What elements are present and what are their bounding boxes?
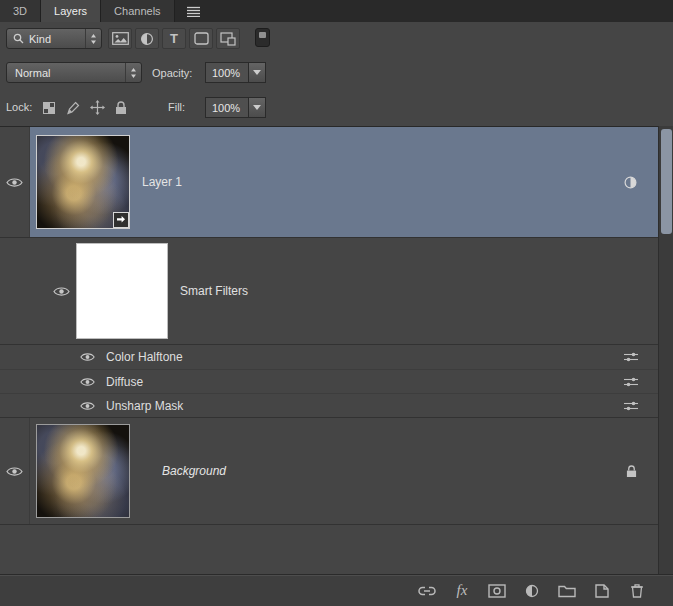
- filter-visibility-toggle[interactable]: [76, 377, 98, 387]
- filter-item-name[interactable]: Diffuse: [106, 375, 143, 389]
- chevron-down-icon: [253, 70, 261, 75]
- tab-layers[interactable]: Layers: [41, 0, 101, 22]
- blend-mode-select[interactable]: Normal: [6, 62, 142, 83]
- filter-adjustment-layers-icon[interactable]: [135, 28, 159, 49]
- layer-styles-fx-icon[interactable]: fx: [452, 582, 472, 600]
- fill-value[interactable]: 100%: [205, 97, 249, 118]
- filter-kind-label: Kind: [29, 33, 51, 45]
- panel-tab-bar: 3D Layers Channels: [0, 0, 673, 22]
- filter-shape-layers-icon[interactable]: [189, 28, 213, 49]
- scrollbar-thumb[interactable]: [661, 129, 672, 234]
- lock-all-icon[interactable]: [115, 101, 127, 115]
- tab-channels-label: Channels: [114, 5, 160, 17]
- filter-item-color-halftone[interactable]: Color Halftone: [0, 345, 673, 369]
- tab-channels[interactable]: Channels: [101, 0, 174, 22]
- smart-filters-label: Smart Filters: [180, 284, 248, 298]
- fill-dropdown-button[interactable]: [249, 97, 266, 118]
- filter-item-name[interactable]: Color Halftone: [106, 350, 183, 364]
- layer-row-background[interactable]: Background: [0, 418, 673, 524]
- opacity-value[interactable]: 100%: [205, 62, 249, 83]
- opacity-dropdown-button[interactable]: [249, 62, 266, 83]
- layers-panel-footer: fx: [0, 574, 673, 606]
- filter-kind-select[interactable]: Kind: [6, 28, 102, 49]
- eye-icon: [6, 466, 23, 477]
- new-layer-icon[interactable]: [592, 582, 612, 600]
- background-name[interactable]: Background: [162, 464, 226, 478]
- smart-filter-badge-icon: [113, 212, 129, 228]
- background-visibility-toggle[interactable]: [0, 418, 30, 524]
- filter-visibility-toggle[interactable]: [76, 352, 98, 362]
- chevron-updown-icon: [125, 63, 141, 82]
- eye-icon: [80, 401, 95, 411]
- delete-layer-icon[interactable]: [627, 582, 647, 600]
- lock-icon-group: [42, 97, 127, 118]
- eye-icon: [53, 286, 70, 297]
- panel-menu-icon[interactable]: [181, 0, 207, 22]
- chevron-updown-icon: [85, 29, 101, 48]
- layers-scrollbar[interactable]: [658, 126, 673, 574]
- filter-item-unsharp-mask[interactable]: Unsharp Mask: [0, 393, 673, 417]
- eye-icon: [80, 352, 95, 362]
- new-group-icon[interactable]: [557, 582, 577, 600]
- filter-item-diffuse[interactable]: Diffuse: [0, 369, 673, 393]
- tab-3d[interactable]: 3D: [0, 0, 41, 22]
- layer1-thumbnail[interactable]: [36, 135, 130, 229]
- layer-row-layer1[interactable]: Layer 1: [0, 127, 673, 237]
- link-layers-icon[interactable]: [417, 582, 437, 600]
- filter-icon-group: T: [108, 28, 270, 49]
- filter-blending-options-icon[interactable]: [623, 351, 639, 363]
- smart-filters-visibility-toggle[interactable]: [48, 286, 74, 297]
- opacity-field: 100%: [205, 62, 266, 83]
- opacity-value-text: 100%: [212, 67, 240, 79]
- smart-filters-mask-thumbnail[interactable]: [76, 243, 168, 339]
- toggle-nub: [259, 32, 266, 38]
- filter-type-layers-icon[interactable]: T: [162, 28, 186, 49]
- layer1-name[interactable]: Layer 1: [142, 175, 182, 189]
- layer1-visibility-toggle[interactable]: [0, 127, 30, 237]
- lock-transparency-icon[interactable]: [42, 101, 56, 115]
- eye-icon: [6, 177, 23, 188]
- eye-icon: [80, 377, 95, 387]
- tab-layers-label: Layers: [54, 5, 87, 17]
- fill-label: Fill:: [168, 101, 185, 113]
- filter-visibility-toggle[interactable]: [76, 401, 98, 411]
- tab-3d-label: 3D: [13, 5, 27, 17]
- lock-pixels-icon[interactable]: [66, 101, 80, 115]
- add-layer-mask-icon[interactable]: [487, 582, 507, 600]
- layers-list: Layer 1 Smart Filters: [0, 126, 673, 574]
- lock-position-icon[interactable]: [90, 100, 105, 115]
- blend-mode-value: Normal: [15, 67, 50, 79]
- fill-field: 100%: [205, 97, 266, 118]
- lock-label: Lock:: [6, 101, 32, 113]
- filter-blending-options-icon[interactable]: [623, 400, 639, 412]
- type-icon-glyph: T: [170, 31, 178, 46]
- chevron-down-icon: [253, 105, 261, 110]
- fill-value-text: 100%: [212, 102, 240, 114]
- layer-filtering-toggle[interactable]: [255, 28, 270, 47]
- background-thumbnail[interactable]: [36, 424, 130, 518]
- filter-blending-options-icon[interactable]: [623, 376, 639, 388]
- opacity-label: Opacity:: [152, 67, 192, 79]
- search-icon: [13, 33, 24, 44]
- filter-pixel-layers-icon[interactable]: [108, 28, 132, 49]
- filter-item-name[interactable]: Unsharp Mask: [106, 399, 183, 413]
- empty-area: [0, 525, 673, 575]
- fx-label: fx: [457, 582, 468, 599]
- filter-smart-objects-icon[interactable]: [216, 28, 240, 49]
- smart-filters-row[interactable]: Smart Filters: [0, 238, 673, 344]
- new-adjustment-layer-icon[interactable]: [522, 582, 542, 600]
- smart-filter-indicator-icon[interactable]: [624, 176, 637, 189]
- lock-badge-icon: [626, 465, 637, 478]
